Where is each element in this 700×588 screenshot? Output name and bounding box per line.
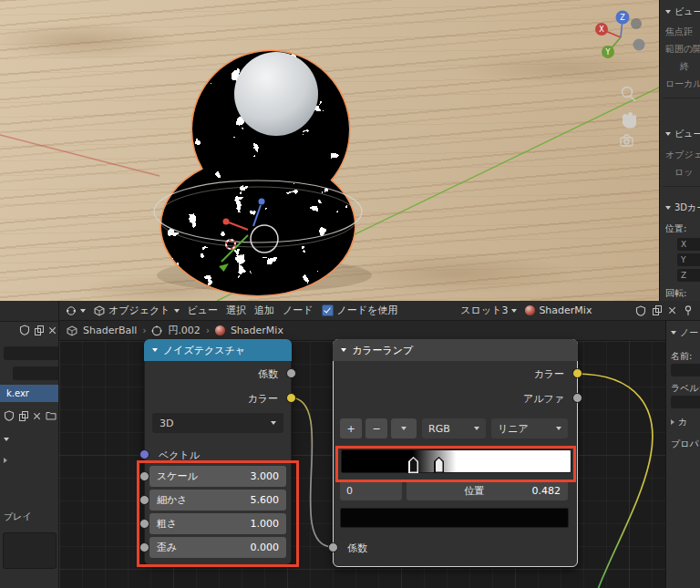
breadcrumb-material[interactable]: ShaderMix (231, 325, 283, 336)
menu-select[interactable]: 選択 (226, 304, 246, 317)
pin-icon[interactable] (683, 305, 694, 316)
shield-icon[interactable] (4, 410, 15, 421)
detail-slider[interactable]: 細かさ 5.600 (149, 490, 286, 511)
name-field[interactable] (671, 364, 700, 377)
clip-start-label: 範囲の開 (665, 43, 700, 56)
ramp-factor-input-socket[interactable] (328, 542, 338, 552)
unlink-icon[interactable] (668, 306, 676, 315)
shield-icon[interactable] (19, 325, 30, 335)
ramp-alpha-output-socket[interactable] (572, 393, 582, 403)
stop-index-field[interactable]: 0 (340, 480, 402, 500)
color-section-header[interactable]: カ (671, 416, 700, 428)
slot-selector[interactable]: スロット3 (460, 304, 517, 317)
scale-label: スケール (157, 469, 198, 483)
factor-output-socket[interactable] (286, 368, 296, 378)
roughness-value: 1.000 (251, 518, 280, 530)
axis-x-line (0, 135, 160, 176)
distortion-input-socket[interactable] (139, 542, 149, 552)
copy-icon[interactable] (19, 411, 28, 421)
folder-icon[interactable] (46, 410, 57, 421)
copy-icon[interactable] (35, 325, 44, 335)
detail-input-socket[interactable] (139, 495, 149, 505)
gizmo-x-label: X (599, 26, 604, 34)
local-camera-label: ローカルカ (665, 77, 700, 90)
noise-texture-node[interactable]: ノイズテクスチャ 係数 カラー 3D ベクトル スケール 3.000 細かさ 5… (144, 339, 292, 565)
viewport-3d[interactable]: Z X Y (0, 0, 659, 301)
left-field[interactable] (13, 366, 58, 380)
wire-noise-to-ramp (290, 397, 333, 547)
close-icon[interactable] (33, 412, 41, 420)
menu-node[interactable]: ノード (283, 304, 314, 317)
view-lock-section-header[interactable]: ビュー (665, 128, 700, 140)
scale-input-socket[interactable] (139, 471, 149, 481)
fake-user-shield-icon[interactable] (635, 305, 646, 316)
color-mode-dropdown[interactable]: RGB (422, 418, 486, 438)
color-ramp-node[interactable]: カラーランプ カラー アルファ + − RGB リニア 0 (333, 339, 578, 567)
color-mode-value: RGB (428, 423, 450, 435)
mode-label: オブジェクト (108, 304, 170, 317)
label-field[interactable] (671, 396, 700, 408)
interpolation-dropdown[interactable]: リニア (491, 418, 568, 438)
name-label: 名前: (671, 350, 700, 363)
ramp-node-header[interactable]: カラーランプ (333, 339, 578, 361)
stop-color-swatch[interactable] (340, 508, 569, 528)
left-panel-box[interactable] (3, 532, 57, 569)
chevron-down-icon (511, 309, 517, 313)
properties-tab[interactable]: プロパ (671, 438, 700, 450)
material-selector[interactable]: ShaderMix (525, 304, 592, 316)
breadcrumb-mesh[interactable]: 円.002 (168, 324, 201, 337)
ramp-specials-dropdown[interactable] (391, 418, 417, 438)
cursor-y-field[interactable]: Y (677, 253, 700, 266)
color-stop-handle[interactable] (408, 457, 418, 473)
roughness-slider[interactable]: 粗さ 1.000 (149, 513, 286, 534)
color-ramp-gradient[interactable] (341, 449, 571, 473)
vector-input-socket[interactable] (139, 449, 149, 459)
display-tab[interactable]: プレイ (4, 511, 57, 523)
cursor-x-field[interactable]: X (677, 238, 700, 251)
left-field[interactable] (4, 346, 58, 360)
mesh-circle-icon (151, 325, 162, 336)
menu-add[interactable]: 追加 (254, 304, 274, 317)
new-copy-icon[interactable] (653, 305, 662, 315)
chevron-down-icon (556, 427, 561, 430)
chevron-down-icon (4, 438, 9, 441)
editor-type-button[interactable] (66, 305, 86, 316)
add-stop-button[interactable]: + (340, 418, 362, 438)
image-list-item-selected[interactable]: k.exr (0, 385, 58, 402)
cursor-z-field[interactable]: Z (677, 269, 700, 282)
ramp-alpha-output-label: アルファ (523, 392, 564, 406)
use-nodes-toggle[interactable]: ノードを使用 (322, 304, 398, 317)
color-stop-handle-selected[interactable] (434, 457, 444, 473)
scale-slider[interactable]: スケール 3.000 (149, 466, 286, 487)
collapsed-section[interactable] (4, 458, 57, 463)
breadcrumb-object[interactable]: ShaderBall (83, 325, 137, 336)
dimensions-dropdown[interactable]: 3D (152, 413, 283, 433)
collapsed-section[interactable] (4, 438, 57, 441)
remove-stop-button[interactable]: − (365, 418, 387, 438)
cursor-section-header[interactable]: 3Dカー (665, 201, 700, 214)
chevron-down-icon (80, 309, 86, 313)
view-section-header[interactable]: ビュー (665, 5, 700, 18)
position-label: 位置 (464, 484, 484, 498)
menu-view[interactable]: ビュー (188, 304, 219, 317)
lock-label: ロッ (674, 166, 693, 179)
blender-window: Z X Y ビュー (0, 0, 700, 588)
viewport-sidebar: ビュー 焦点距 範囲の開 終 ローカルカ ビュー オブジェク ロッ 3Dカー 位… (659, 0, 700, 301)
header-right-icons (635, 305, 694, 316)
label-label-text: ラベル: (671, 382, 700, 395)
distortion-slider[interactable]: 歪み 0.000 (149, 537, 286, 558)
node-editor-canvas[interactable]: ノイズテクスチャ 係数 カラー 3D ベクトル スケール 3.000 細かさ 5… (59, 341, 665, 588)
roughness-input-socket[interactable] (139, 519, 149, 529)
remove-label: − (372, 423, 380, 435)
wire-ramp-to-output (576, 374, 653, 588)
mode-selector[interactable]: オブジェクト (94, 304, 180, 317)
ramp-color-output-socket[interactable] (572, 368, 582, 378)
color-section-label: カ (678, 416, 687, 428)
node-panel-header[interactable]: ノード (671, 326, 700, 339)
detail-label: 細かさ (157, 493, 188, 507)
focal-length-label: 焦点距 (665, 26, 693, 38)
position-slider[interactable]: 位置 0.482 (407, 480, 568, 500)
color-output-socket[interactable] (286, 393, 296, 403)
noise-node-header[interactable]: ノイズテクスチャ (144, 339, 292, 361)
close-icon[interactable] (48, 326, 57, 335)
